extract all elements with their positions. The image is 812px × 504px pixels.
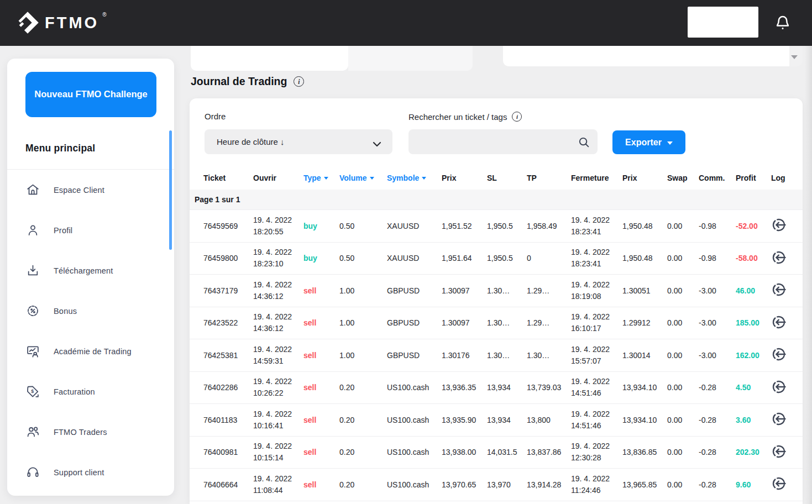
column-header-symbol[interactable]: Symbole bbox=[387, 174, 442, 182]
cell-symbol: GBPUSD bbox=[387, 318, 442, 327]
cell-profit: 3.60 bbox=[736, 416, 771, 424]
log-icon[interactable] bbox=[771, 314, 788, 330]
cell-profit: -52.00 bbox=[736, 222, 771, 230]
cell-comm: -0.28 bbox=[699, 448, 736, 456]
cell-comm: -0.98 bbox=[699, 222, 736, 230]
log-icon[interactable] bbox=[771, 217, 788, 233]
top-bar: FTMO ® bbox=[0, 0, 812, 46]
cell-close_price: 1,950.48 bbox=[622, 254, 667, 262]
new-challenge-button[interactable]: Nouveau FTMO Challenge bbox=[25, 72, 156, 117]
cell-close_price: 13,934.10 bbox=[622, 416, 667, 424]
truncated-panel-right bbox=[503, 46, 789, 66]
sidebar-item-support-client[interactable]: Support client bbox=[7, 452, 174, 492]
cell-open: 19. 4. 202210:15:14 bbox=[253, 440, 303, 464]
cell-type: sell bbox=[303, 318, 339, 327]
sidebar-item-espace-client[interactable]: Espace Client bbox=[7, 170, 174, 210]
order-select[interactable]: Heure de clôture ↓ bbox=[205, 129, 392, 154]
order-filter-label: Ordre bbox=[205, 112, 226, 121]
cell-volume: 1.00 bbox=[339, 351, 387, 360]
sidebar-scrollbar-thumb[interactable] bbox=[169, 130, 172, 250]
cell-ticket: 76423522 bbox=[203, 318, 253, 327]
log-icon[interactable] bbox=[771, 379, 788, 395]
cell-sl: 13,970 bbox=[487, 480, 527, 489]
table-row: 7640666419. 4. 202211:08:44sell0.20US100… bbox=[190, 469, 803, 501]
column-header-swap: Swap bbox=[667, 174, 699, 182]
cell-close_price: 1.30014 bbox=[622, 351, 667, 360]
cell-price: 13,970.65 bbox=[442, 480, 487, 489]
column-header-ticket: Ticket bbox=[203, 174, 253, 182]
cell-volume: 1.00 bbox=[339, 318, 387, 327]
cell-type: buy bbox=[303, 254, 339, 262]
sidebar-item-facturation[interactable]: $Facturation bbox=[7, 371, 174, 412]
percent-badge-icon bbox=[25, 303, 40, 318]
sidebar-item-bonus[interactable]: Bonus bbox=[7, 291, 174, 331]
cell-swap: 0.00 bbox=[667, 254, 699, 262]
export-caret-icon bbox=[667, 141, 673, 145]
home-icon bbox=[25, 182, 40, 197]
cell-close: 19. 4. 202214:51:46 bbox=[571, 376, 622, 399]
search-input[interactable] bbox=[408, 129, 598, 154]
cell-swap: 0.00 bbox=[667, 286, 699, 295]
log-icon[interactable] bbox=[771, 346, 788, 363]
table-row: 7640118319. 4. 202210:16:41sell0.20US100… bbox=[190, 404, 803, 437]
truncated-select-end[interactable] bbox=[789, 46, 803, 66]
sidebar-item-academie-de-trading[interactable]: Académie de Trading bbox=[7, 331, 174, 371]
cell-volume: 1.00 bbox=[339, 286, 387, 295]
cell-comm: -0.28 bbox=[699, 416, 736, 424]
cell-ticket: 76425381 bbox=[203, 351, 253, 360]
column-header-tp: TP bbox=[527, 174, 571, 182]
cell-symbol: XAUUSD bbox=[387, 222, 442, 230]
sidebar-item-profil[interactable]: Profil bbox=[7, 210, 174, 250]
chevron-down-icon bbox=[373, 139, 381, 149]
info-icon[interactable]: i bbox=[294, 76, 304, 87]
menu-title: Menu principal bbox=[25, 143, 95, 154]
cell-close: 19. 4. 202218:23:41 bbox=[571, 246, 622, 270]
search-info-icon[interactable]: i bbox=[512, 112, 522, 122]
log-icon[interactable] bbox=[771, 281, 788, 298]
cell-log bbox=[771, 249, 794, 267]
sidebar-item-ftmo-traders[interactable]: FTMO Traders bbox=[7, 412, 174, 452]
log-icon[interactable] bbox=[771, 249, 788, 266]
cell-open: 19. 4. 202210:16:41 bbox=[253, 408, 303, 432]
cell-ticket: 76459569 bbox=[203, 222, 253, 230]
cell-symbol: US100.cash bbox=[387, 480, 442, 489]
cell-swap: 0.00 bbox=[667, 222, 699, 230]
table-row: 7640098119. 4. 202210:15:14sell0.20US100… bbox=[190, 437, 803, 469]
cell-price: 1,951.64 bbox=[442, 254, 487, 262]
column-header-type[interactable]: Type bbox=[303, 174, 339, 182]
notification-bell-icon[interactable] bbox=[774, 14, 792, 33]
download-icon bbox=[25, 263, 40, 278]
page-title-text: Journal de Trading bbox=[191, 75, 287, 88]
search-box bbox=[408, 129, 598, 154]
log-icon[interactable] bbox=[771, 443, 788, 460]
cell-price: 1.30097 bbox=[442, 286, 487, 295]
column-header-close: Fermeture bbox=[571, 174, 622, 182]
column-header-price: Prix bbox=[442, 174, 487, 182]
cell-close: 19. 4. 202215:57:07 bbox=[571, 344, 622, 367]
header-account-button[interactable] bbox=[688, 7, 758, 38]
cell-ticket: 76400981 bbox=[203, 448, 253, 456]
cell-tp: 1,958.49 bbox=[527, 222, 571, 230]
cell-volume: 0.20 bbox=[339, 383, 387, 392]
cell-type: sell bbox=[303, 351, 339, 360]
sidebar-item-telechargement[interactable]: Téléchargement bbox=[7, 250, 174, 291]
cell-volume: 0.20 bbox=[339, 480, 387, 489]
table-row: 7642352219. 4. 202214:36:12sell1.00GBPUS… bbox=[190, 307, 803, 340]
sidebar: Nouveau FTMO Challenge Menu principal Es… bbox=[7, 59, 174, 496]
cell-comm: -3.00 bbox=[699, 351, 736, 360]
cell-open: 19. 4. 202211:08:44 bbox=[253, 473, 303, 496]
log-icon[interactable] bbox=[771, 411, 788, 427]
cell-close_price: 13,836.85 bbox=[622, 448, 667, 456]
cell-open: 19. 4. 202218:20:55 bbox=[253, 214, 303, 238]
export-button[interactable]: Exporter bbox=[612, 130, 685, 154]
column-header-profit: Profit bbox=[736, 174, 771, 182]
cell-open: 19. 4. 202214:36:12 bbox=[253, 311, 303, 334]
column-header-volume[interactable]: Volume bbox=[339, 174, 387, 182]
cell-close_price: 13,965.85 bbox=[622, 480, 667, 489]
cell-ticket: 76401183 bbox=[203, 416, 253, 424]
search-icon[interactable] bbox=[577, 135, 591, 149]
log-icon[interactable] bbox=[771, 475, 788, 492]
cell-sl: 13,934 bbox=[487, 416, 527, 424]
sidebar-item-label: Bonus bbox=[54, 307, 77, 316]
cell-log bbox=[771, 281, 794, 300]
